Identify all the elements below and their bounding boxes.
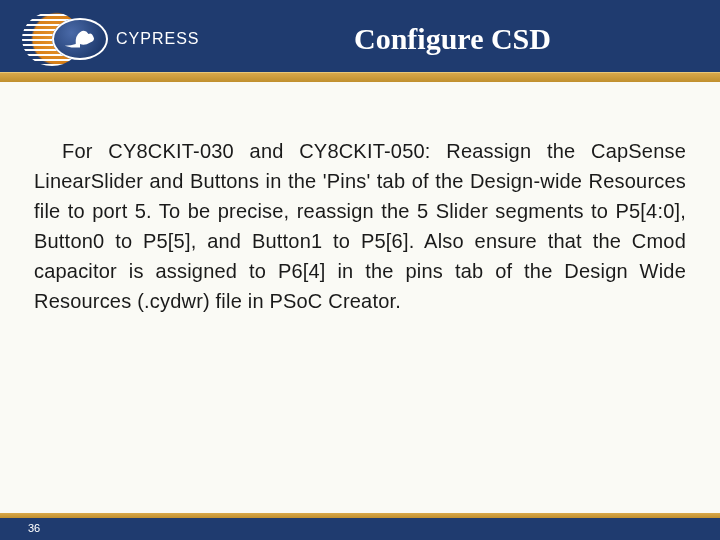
logo-orb-icon <box>22 12 82 66</box>
slide-title: Configure CSD <box>354 22 551 56</box>
tree-silhouette-icon <box>63 28 97 50</box>
slide: CYPRESS Configure CSD For CY8CKIT-030 an… <box>0 0 720 540</box>
body-paragraph: For CY8CKIT-030 and CY8CKIT-050: Reassig… <box>34 136 686 316</box>
slide-header: CYPRESS Configure CSD <box>0 0 720 78</box>
page-number: 36 <box>28 522 40 534</box>
logo-badge-icon <box>52 18 108 60</box>
logo: CYPRESS <box>22 12 199 66</box>
header-divider <box>0 72 720 82</box>
brand-label: CYPRESS <box>116 30 199 48</box>
slide-body: For CY8CKIT-030 and CY8CKIT-050: Reassig… <box>0 78 720 516</box>
slide-footer: 36 <box>0 516 720 540</box>
